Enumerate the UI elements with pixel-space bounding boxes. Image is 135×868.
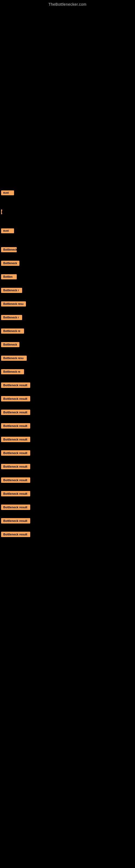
result-badge: Bottleneck result (1, 410, 30, 415)
result-badge: Bottleneck (1, 342, 19, 347)
list-item: Bottleneck result (0, 382, 135, 388)
result-badge: Bottleneck result (1, 532, 30, 537)
list-item: Bottleneck result (0, 504, 135, 510)
result-badge: Bottleneck (1, 247, 17, 252)
result-badge: Bottleneck r (1, 288, 22, 293)
result-badge: Bottleneck result (1, 382, 30, 388)
list-item: | (0, 209, 135, 214)
list-item: Bottleneck (0, 247, 135, 252)
results-container: Bottl | Bottl Bottleneck Bottleneck Bott… (0, 190, 135, 540)
site-title: TheBottlenecker.com (0, 0, 135, 6)
list-item: Bottleneck r (0, 287, 135, 293)
result-badge: Bottleneck result (1, 518, 30, 524)
list-item: Bottleneck result (0, 491, 135, 496)
result-badge: Bottl (1, 190, 14, 195)
list-item: Bottleneck re (0, 369, 135, 374)
result-badge: Bottleneck result (1, 437, 30, 442)
list-item: Bottleneck (0, 260, 135, 266)
list-item: Bottleneck r (0, 315, 135, 320)
result-badge: Bottleneck (1, 261, 19, 266)
result-badge: Bottleneck result (1, 491, 30, 496)
result-badge: Bottlen (1, 274, 17, 279)
list-item: Bottleneck re (0, 328, 135, 334)
list-item: Bottleneck result (0, 410, 135, 415)
result-badge: Bottleneck result (1, 450, 30, 456)
result-badge: Bottl (1, 228, 14, 233)
result-badge: Bottleneck resu (1, 355, 27, 361)
list-item: Bottl (0, 190, 135, 195)
list-item: Bottleneck result (0, 464, 135, 469)
result-badge: | (1, 209, 2, 214)
result-badge: Bottleneck result (1, 504, 30, 510)
list-item: Bottleneck resu (0, 301, 135, 307)
list-item: Bottl (0, 228, 135, 233)
list-item: Bottleneck result (0, 518, 135, 524)
list-item: Bottleneck result (0, 450, 135, 456)
result-badge: Bottleneck result (1, 477, 30, 483)
list-item: Bottleneck result (0, 532, 135, 537)
result-badge: Bottleneck re (1, 329, 24, 334)
result-badge: Bottleneck re (1, 369, 24, 374)
list-item: Bottleneck (0, 342, 135, 347)
list-item: Bottlen (0, 274, 135, 279)
result-badge: Bottleneck result (1, 464, 30, 469)
list-item: Bottleneck result (0, 423, 135, 429)
result-badge: Bottleneck resu (1, 301, 26, 307)
result-badge: Bottleneck result (1, 423, 30, 429)
list-item: Bottleneck result (0, 396, 135, 401)
list-item: Bottleneck result (0, 437, 135, 442)
list-item: Bottleneck resu (0, 355, 135, 361)
result-badge: Bottleneck r (1, 315, 22, 320)
list-item: Bottleneck result (0, 477, 135, 483)
result-badge: Bottleneck result (1, 396, 30, 401)
